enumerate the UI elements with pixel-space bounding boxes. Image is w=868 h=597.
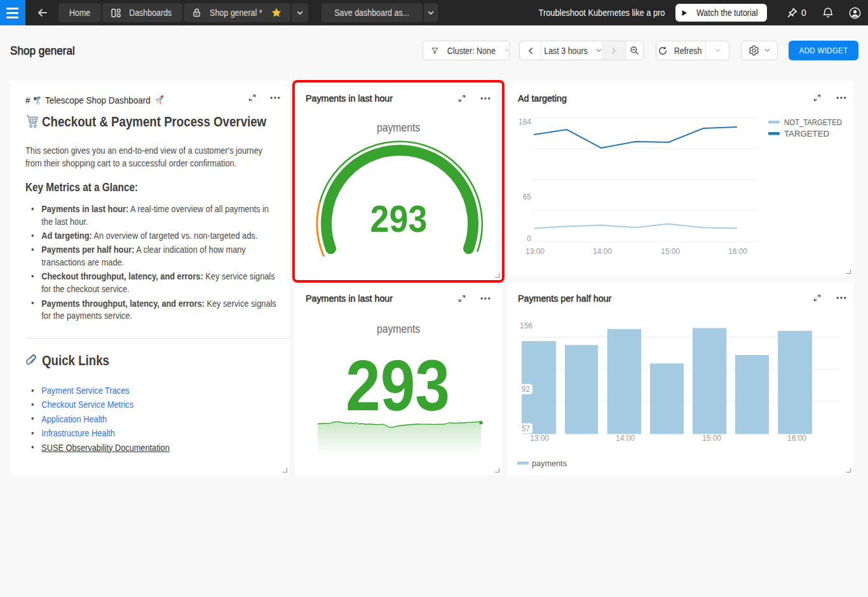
svg-text:16:00: 16:00	[787, 434, 806, 443]
svg-text:13:00: 13:00	[526, 247, 545, 256]
svg-text:15:00: 15:00	[702, 434, 721, 443]
svg-text:156: 156	[520, 321, 532, 330]
svg-text:payments: payments	[532, 459, 567, 468]
svg-text:13:00: 13:00	[530, 434, 549, 443]
svg-text:184: 184	[519, 117, 531, 126]
svg-text:TARGETED: TARGETED	[784, 130, 829, 138]
svg-text:15:00: 15:00	[661, 247, 680, 256]
svg-text:293: 293	[370, 198, 428, 240]
svg-text:16:00: 16:00	[728, 247, 747, 256]
svg-text:14:00: 14:00	[616, 434, 635, 443]
svg-text:57: 57	[522, 424, 531, 433]
svg-text:65: 65	[523, 192, 532, 201]
svg-text:293: 293	[346, 345, 450, 426]
svg-text:NOT_TARGETED: NOT_TARGETED	[784, 118, 842, 127]
svg-text:14:00: 14:00	[593, 247, 612, 256]
svg-text:0: 0	[527, 234, 531, 243]
svg-text:92: 92	[522, 385, 531, 394]
